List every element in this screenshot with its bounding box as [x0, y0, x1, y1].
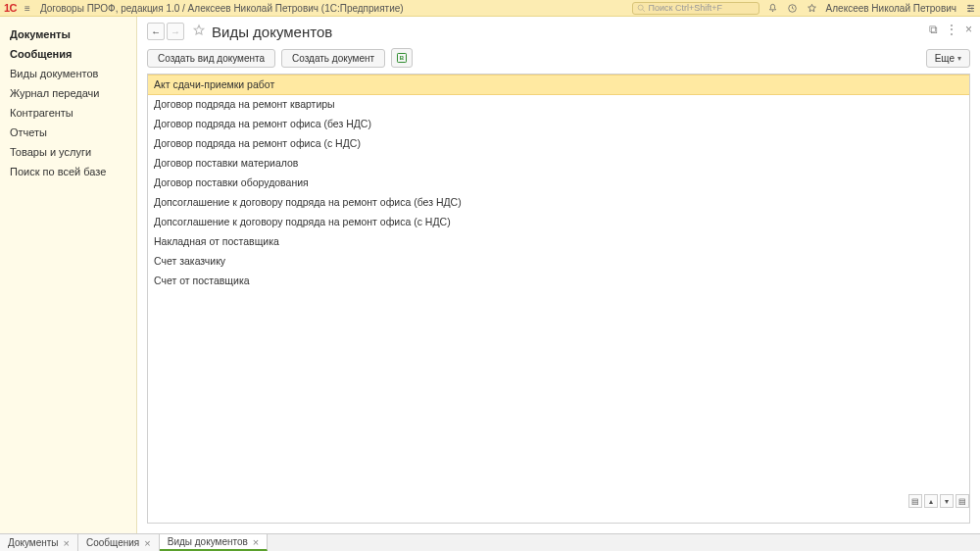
favorite-icon[interactable]: [192, 24, 206, 39]
more-button[interactable]: Еще: [926, 49, 970, 68]
nav-forward-button[interactable]: →: [167, 23, 184, 40]
svg-line-1: [642, 9, 644, 11]
sidebar-item-2[interactable]: Виды документов: [0, 64, 136, 83]
settings-icon[interactable]: [964, 2, 976, 14]
main-area: ДокументыСообщенияВиды документовЖурнал …: [0, 17, 980, 533]
list-row[interactable]: Договор поставки оборудования: [148, 174, 969, 193]
list-row[interactable]: Договор подряда на ремонт офиса (без НДС…: [148, 115, 969, 134]
sidebar-item-1[interactable]: Сообщения: [0, 44, 136, 64]
excel-export-button[interactable]: В: [391, 48, 413, 68]
list-row[interactable]: Счет заказчику: [148, 252, 969, 272]
header-controls: ⧉ ⋮ ×: [929, 23, 972, 36]
sidebar-item-5[interactable]: Отчеты: [0, 123, 136, 142]
list-row[interactable]: Допсоглашение к договору подряда на ремо…: [148, 193, 969, 213]
star-icon[interactable]: [807, 2, 818, 14]
sidebar-item-4[interactable]: Контрагенты: [0, 103, 136, 123]
page-title: Виды документов: [212, 24, 332, 40]
svg-point-8: [970, 7, 972, 9]
list-row[interactable]: Счет от поставщика: [148, 272, 969, 291]
svg-text:В: В: [400, 55, 405, 61]
search-input[interactable]: Поиск Ctrl+Shift+F: [632, 2, 760, 15]
list-row[interactable]: Акт сдачи-приемки работ: [148, 75, 969, 95]
window-title: Договоры ПРОФ, редакция 1.0 / Алексеев Н…: [40, 3, 632, 14]
sidebar-item-3[interactable]: Журнал передачи: [0, 83, 136, 103]
close-icon[interactable]: ×: [144, 537, 150, 549]
close-icon[interactable]: ×: [253, 536, 259, 548]
svg-point-2: [772, 10, 773, 11]
content-header: ← → Виды документов ⧉ ⋮ ×: [137, 17, 980, 44]
close-icon[interactable]: ×: [965, 23, 972, 36]
bell-icon[interactable]: [767, 2, 779, 14]
search-icon: [637, 4, 646, 13]
bottom-tab-0[interactable]: Документы×: [0, 534, 78, 551]
bottom-tabbar: Документы×Сообщения×Виды документов×: [0, 533, 980, 551]
app-logo: 1C: [4, 2, 17, 14]
bottom-tab-label: Виды документов: [168, 536, 248, 547]
close-icon[interactable]: ×: [64, 537, 70, 549]
topbar: 1C ≡ Договоры ПРОФ, редакция 1.0 / Алекс…: [0, 0, 980, 17]
sidebar-item-7[interactable]: Поиск по всей базе: [0, 162, 136, 181]
more-button-label: Еще: [935, 53, 955, 64]
bottom-tab-2[interactable]: Виды документов×: [160, 534, 269, 551]
create-type-button[interactable]: Создать вид документа: [147, 49, 275, 68]
svg-point-9: [968, 10, 970, 12]
history-icon[interactable]: [787, 2, 799, 14]
sidebar-item-6[interactable]: Товары и услуги: [0, 142, 136, 162]
sidebar: ДокументыСообщенияВиды документовЖурнал …: [0, 17, 137, 533]
document-types-list: Акт сдачи-приемки работДоговор подряда н…: [147, 74, 970, 524]
menu-icon[interactable]: ≡: [24, 3, 30, 14]
bottom-tab-label: Документы: [8, 537, 59, 548]
svg-point-0: [638, 5, 643, 10]
list-down-button[interactable]: ▾: [940, 494, 954, 508]
list-row[interactable]: Допсоглашение к договору подряда на ремо…: [148, 213, 969, 232]
link-icon[interactable]: ⧉: [929, 23, 938, 36]
create-document-button[interactable]: Создать документ: [281, 49, 385, 68]
list-up-button[interactable]: ▴: [924, 494, 938, 508]
list-nav-controls: ▤ ▴ ▾ ▤: [908, 494, 969, 508]
list-row[interactable]: Договор подряда на ремонт квартиры: [148, 95, 969, 115]
list-row[interactable]: Договор подряда на ремонт офиса (с НДС): [148, 134, 969, 154]
sidebar-item-0[interactable]: Документы: [0, 25, 136, 44]
bottom-tab-label: Сообщения: [86, 537, 139, 548]
bottom-tab-1[interactable]: Сообщения×: [78, 534, 160, 551]
nav-back-button[interactable]: ←: [147, 23, 165, 40]
svg-point-7: [968, 4, 970, 6]
more-icon[interactable]: ⋮: [946, 23, 957, 36]
list-row[interactable]: Накладная от поставщика: [148, 232, 969, 252]
search-placeholder: Поиск Ctrl+Shift+F: [649, 3, 722, 13]
list-row[interactable]: Договор поставки материалов: [148, 154, 969, 174]
toolbar: Создать вид документа Создать документ В…: [137, 44, 980, 74]
content-panel: ← → Виды документов ⧉ ⋮ × Создать вид до…: [137, 17, 980, 533]
list-last-button[interactable]: ▤: [956, 494, 969, 508]
username-label: Алексеев Николай Петрович: [826, 3, 956, 14]
list-first-button[interactable]: ▤: [908, 494, 922, 508]
